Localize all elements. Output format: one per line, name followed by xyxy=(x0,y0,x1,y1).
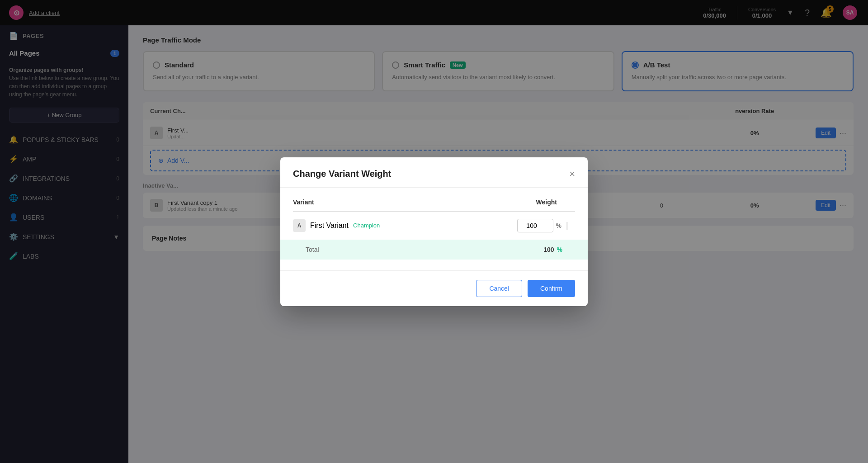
cancel-button[interactable]: Cancel xyxy=(476,280,522,297)
modal-variant-name: First Variant xyxy=(310,222,349,230)
modal-total-row: Total 100 % xyxy=(280,240,588,260)
total-percent: % xyxy=(557,246,562,253)
champion-label: Champion xyxy=(353,222,380,229)
modal-body: Variant Weight A First Variant Champion … xyxy=(280,188,588,270)
total-value: 100 xyxy=(492,246,557,253)
modal-footer: Cancel Confirm xyxy=(280,270,588,306)
modal-col-variant-header: Variant xyxy=(293,198,491,206)
modal-weight-area: % | xyxy=(505,219,575,232)
modal-variant-row: A First Variant Champion % | xyxy=(293,212,575,240)
confirm-button[interactable]: Confirm xyxy=(528,280,575,297)
cursor-indicator: | xyxy=(566,221,575,230)
modal-variant-info: A First Variant Champion xyxy=(293,219,505,232)
modal-variant-icon: A xyxy=(293,219,306,232)
weight-input[interactable] xyxy=(517,219,553,232)
modal-close-button[interactable]: × xyxy=(569,168,575,180)
modal-col-weight-header: Weight xyxy=(491,198,575,206)
modal-table-header: Variant Weight xyxy=(293,198,575,212)
total-label: Total xyxy=(293,246,492,253)
modal-title: Change Variant Weight xyxy=(293,169,391,179)
modal-header: Change Variant Weight × xyxy=(280,157,588,188)
change-variant-weight-modal: Change Variant Weight × Variant Weight A… xyxy=(280,157,588,306)
modal-overlay[interactable]: Change Variant Weight × Variant Weight A… xyxy=(0,0,868,463)
percent-symbol: % xyxy=(556,222,561,229)
